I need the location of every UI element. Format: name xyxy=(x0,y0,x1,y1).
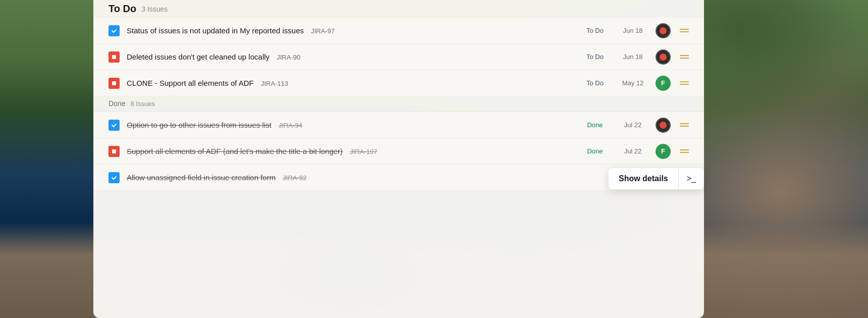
menu-line xyxy=(680,55,689,56)
done-section-header: Done 8 Issues xyxy=(93,96,704,112)
issue-date-3: May 12 xyxy=(620,79,645,87)
menu-line xyxy=(680,81,689,82)
issue-date-1: Jun 18 xyxy=(620,27,645,34)
bug-icon-5 xyxy=(108,146,120,157)
issue-key-2: JIRA-90 xyxy=(277,54,300,61)
issue-key-4: JIRA-94 xyxy=(279,122,302,129)
avatar-2 xyxy=(656,49,671,65)
issue-key-3: JIRA-113 xyxy=(261,80,288,87)
issue-key-5: JIRA-107 xyxy=(350,148,377,155)
issue-row-4[interactable]: Option to go to other issues from issues… xyxy=(93,112,704,138)
menu-line xyxy=(680,149,689,150)
issue-key-6: JIRA-92 xyxy=(283,174,306,182)
menu-line xyxy=(680,123,689,124)
issue-title-5: Support all elements of ADF (and let's m… xyxy=(127,147,570,155)
issue-key-1: JIRA-97 xyxy=(311,27,335,35)
bug-icon-3 xyxy=(108,78,120,89)
svg-rect-1 xyxy=(112,81,116,85)
story-icon-4 xyxy=(108,120,120,131)
avatar-inner-1 xyxy=(660,27,667,34)
issue-date-2: Jun 18 xyxy=(620,53,645,61)
todo-count: 3 Issues xyxy=(141,5,168,13)
todo-section-header-area: To Do 3 Issues xyxy=(93,0,704,18)
issue-status-5: Done xyxy=(580,147,610,155)
issue-row-5[interactable]: Support all elements of ADF (and let's m… xyxy=(93,138,704,165)
svg-rect-2 xyxy=(112,149,116,153)
show-details-label[interactable]: Show details xyxy=(609,168,678,189)
menu-line xyxy=(680,29,689,30)
issue-menu-4[interactable] xyxy=(680,123,689,127)
issue-date-5: Jul 22 xyxy=(620,147,645,155)
avatar-1 xyxy=(656,23,671,38)
issue-status-1: To Do xyxy=(580,27,610,34)
avatar-3: F xyxy=(656,76,671,91)
menu-line xyxy=(680,84,689,85)
avatar-5: F xyxy=(656,144,671,159)
avatar-inner-2 xyxy=(660,54,667,61)
issue-status-4: Done xyxy=(580,121,610,129)
issue-menu-5[interactable] xyxy=(680,149,689,153)
issue-status-3: To Do xyxy=(580,79,610,87)
issue-menu-1[interactable] xyxy=(680,29,689,32)
menu-line xyxy=(680,152,689,153)
done-count: 8 Issues xyxy=(130,100,154,108)
menu-line xyxy=(680,126,689,127)
menu-line xyxy=(680,58,689,59)
terminal-icon[interactable]: >_ xyxy=(678,168,704,189)
issue-row-3[interactable]: CLONE - Support all elements of ADF JIRA… xyxy=(93,70,704,96)
story-icon-6 xyxy=(108,172,120,183)
avatar-4 xyxy=(656,118,671,133)
main-panel: To Do 3 Issues Status of issues is not u… xyxy=(93,0,704,318)
issue-row-1[interactable]: Status of issues is not updated in My re… xyxy=(93,18,704,44)
issue-row-6[interactable]: Allow unassigned field in issue creation… xyxy=(93,165,704,191)
story-icon-1 xyxy=(108,25,120,36)
issue-menu-3[interactable] xyxy=(680,81,689,85)
issue-date-4: Jul 22 xyxy=(620,121,645,129)
avatar-inner-4 xyxy=(660,122,667,129)
issue-status-2: To Do xyxy=(580,53,610,61)
issue-title-1: Status of issues is not updated in My re… xyxy=(127,26,570,35)
issue-title-2: Deleted issues don't get cleaned up loca… xyxy=(127,52,570,61)
svg-rect-0 xyxy=(112,55,116,59)
show-details-popup: Show details >_ xyxy=(609,168,704,189)
done-title: Done xyxy=(108,99,125,108)
issue-title-6: Allow unassigned field in issue creation… xyxy=(127,173,570,182)
menu-line xyxy=(680,31,689,32)
issue-menu-2[interactable] xyxy=(680,55,689,59)
issue-title-3: CLONE - Support all elements of ADF JIRA… xyxy=(127,79,570,87)
todo-title: To Do xyxy=(108,3,136,15)
issue-row-2[interactable]: Deleted issues don't get cleaned up loca… xyxy=(93,44,704,70)
issue-title-4: Option to go to other issues from issues… xyxy=(127,121,570,129)
bug-icon-2 xyxy=(108,51,120,63)
